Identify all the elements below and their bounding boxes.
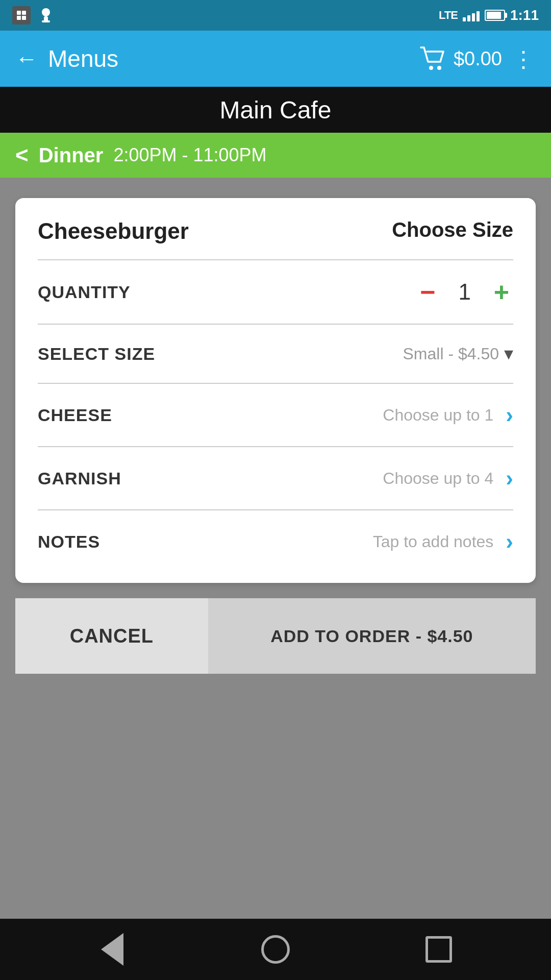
app-bar: ← Menus $0.00 ⋮ xyxy=(0,31,551,87)
clock: 1:11 xyxy=(510,7,539,23)
nav-bar xyxy=(0,919,551,980)
garnish-label: GARNISH xyxy=(38,469,121,488)
restaurant-name: Main Cafe xyxy=(220,96,332,124)
selected-size-value: Small - $4.50 xyxy=(403,345,499,363)
battery-icon xyxy=(485,10,505,21)
cheese-control[interactable]: Choose up to 1 › xyxy=(383,402,513,428)
svg-rect-0 xyxy=(17,11,21,15)
nav-back-button[interactable] xyxy=(92,929,133,970)
quantity-label: QUANTITY xyxy=(38,282,131,302)
nav-home-button[interactable] xyxy=(255,929,296,970)
cart-icon xyxy=(420,46,446,71)
app-bar-title: Menus xyxy=(48,45,118,72)
nav-recent-button[interactable] xyxy=(418,929,459,970)
recent-nav-icon xyxy=(425,936,452,963)
quantity-value: 1 xyxy=(452,279,478,305)
garnish-control[interactable]: Choose up to 4 › xyxy=(383,465,513,491)
cart-button[interactable]: $0.00 xyxy=(420,46,502,71)
status-bar: LTE 1:11 xyxy=(0,0,551,31)
item-options-card: Cheeseburger Choose Size QUANTITY − 1 + … xyxy=(15,198,536,583)
app-bar-left: ← Menus xyxy=(15,45,118,72)
cheese-chevron-icon: › xyxy=(506,402,513,428)
quantity-decrease-button[interactable]: − xyxy=(416,279,439,305)
svg-point-7 xyxy=(429,66,433,70)
app-icon-2 xyxy=(37,6,55,24)
status-bar-left xyxy=(12,6,55,24)
garnish-chevron-icon: › xyxy=(506,465,513,491)
svg-rect-1 xyxy=(22,11,26,15)
app-bar-right: $0.00 ⋮ xyxy=(420,46,536,72)
quantity-increase-button[interactable]: + xyxy=(490,279,513,305)
notes-hint: Tap to add notes xyxy=(373,532,494,551)
status-bar-right: LTE 1:11 xyxy=(439,7,539,23)
choose-size-label: Choose Size xyxy=(392,218,513,241)
svg-point-8 xyxy=(437,66,441,70)
menu-time-range: 2:00PM - 11:00PM xyxy=(113,144,266,166)
garnish-hint: Choose up to 4 xyxy=(383,469,493,488)
size-dropdown[interactable]: Small - $4.50 ▾ xyxy=(403,343,513,364)
svg-rect-3 xyxy=(22,16,26,20)
cart-price: $0.00 xyxy=(454,48,502,70)
app-icon-1 xyxy=(12,6,31,24)
menu-period: Dinner xyxy=(39,144,104,167)
garnish-row[interactable]: GARNISH Choose up to 4 › xyxy=(38,447,513,509)
more-options-button[interactable]: ⋮ xyxy=(512,46,536,72)
select-size-row[interactable]: SELECT SIZE Small - $4.50 ▾ xyxy=(38,325,513,383)
cheese-hint: Choose up to 1 xyxy=(383,406,493,425)
chevron-down-icon: ▾ xyxy=(504,343,513,364)
prev-menu-button[interactable]: < xyxy=(15,142,29,168)
item-name: Cheeseburger xyxy=(38,218,189,244)
cheese-label: CHEESE xyxy=(38,405,112,425)
svg-point-4 xyxy=(42,8,50,16)
quantity-control: − 1 + xyxy=(416,279,513,305)
menu-time-bar: < Dinner 2:00PM - 11:00PM xyxy=(0,133,551,178)
bottom-buttons: CANCEL ADD TO ORDER - $4.50 xyxy=(15,598,536,674)
add-to-order-button[interactable]: ADD TO ORDER - $4.50 xyxy=(208,598,536,674)
notes-label: NOTES xyxy=(38,532,100,552)
restaurant-header: Main Cafe xyxy=(0,87,551,133)
cheese-row[interactable]: CHEESE Choose up to 1 › xyxy=(38,384,513,446)
notes-chevron-icon: › xyxy=(506,529,513,554)
cancel-button[interactable]: CANCEL xyxy=(15,598,208,674)
quantity-row: QUANTITY − 1 + xyxy=(38,260,513,324)
home-nav-icon xyxy=(261,935,290,964)
lte-indicator: LTE xyxy=(439,9,458,22)
back-nav-icon xyxy=(101,933,123,966)
svg-rect-6 xyxy=(42,20,50,22)
svg-rect-2 xyxy=(17,16,21,20)
card-header: Cheeseburger Choose Size xyxy=(38,218,513,259)
main-content: Cheeseburger Choose Size QUANTITY − 1 + … xyxy=(0,178,551,919)
notes-row[interactable]: NOTES Tap to add notes › xyxy=(38,510,513,573)
notes-control[interactable]: Tap to add notes › xyxy=(373,529,513,554)
back-button[interactable]: ← xyxy=(15,47,38,70)
select-size-label: SELECT SIZE xyxy=(38,344,155,364)
signal-icon xyxy=(463,9,480,21)
